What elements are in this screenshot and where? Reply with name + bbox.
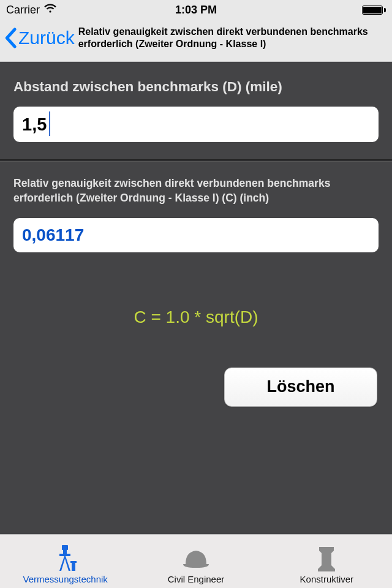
- status-time: 1:03 PM: [175, 4, 217, 17]
- battery-icon: [362, 6, 386, 15]
- svg-rect-3: [72, 562, 75, 571]
- input-wrap: [13, 107, 379, 142]
- text-caret: [49, 111, 50, 136]
- tab-bar: Vermessungstechnik Civil Engineer Konstr…: [0, 534, 392, 588]
- result-value: 0,06117: [22, 225, 84, 245]
- tab-civil-label: Civil Engineer: [168, 574, 225, 584]
- status-bar: Carrier 1:03 PM: [0, 0, 392, 20]
- input-label: Abstand zwischen benchmarks (D) (mile): [13, 78, 379, 96]
- chevron-left-icon: [4, 28, 17, 48]
- formula-text: C = 1.0 * sqrt(D): [13, 307, 379, 327]
- svg-rect-0: [62, 545, 68, 550]
- back-label: Zurück: [18, 28, 75, 48]
- hardhat-icon: [181, 543, 211, 573]
- output-label: Relativ genauigkeit zwischen direkt verb…: [13, 176, 379, 205]
- nav-header: Zurück Relativ genauigkeit zwischen dire…: [0, 20, 392, 62]
- carrier-label: Carrier: [6, 4, 40, 17]
- status-left: Carrier: [6, 4, 57, 17]
- back-button[interactable]: Zurück: [4, 28, 75, 48]
- svg-rect-1: [63, 550, 67, 554]
- wifi-icon: [43, 4, 57, 17]
- svg-rect-2: [59, 554, 70, 556]
- column-icon: [312, 543, 341, 573]
- tab-construct[interactable]: Konstruktiver: [262, 535, 392, 588]
- tab-survey[interactable]: Vermessungstechnik: [0, 535, 130, 588]
- tab-construct-label: Konstruktiver: [300, 574, 354, 584]
- distance-input[interactable]: [13, 107, 379, 142]
- survey-instrument-icon: [51, 543, 80, 573]
- svg-rect-4: [70, 561, 77, 563]
- tab-survey-label: Vermessungstechnik: [23, 574, 107, 584]
- content-area: Abstand zwischen benchmarks (D) (mile) R…: [0, 62, 392, 534]
- clear-button[interactable]: Löschen: [224, 368, 377, 407]
- page-title: Relativ genauigkeit zwischen direkt verb…: [78, 26, 387, 50]
- input-section: Abstand zwischen benchmarks (D) (mile): [0, 62, 392, 159]
- tab-civil[interactable]: Civil Engineer: [130, 535, 261, 588]
- clear-row: Löschen: [13, 368, 379, 407]
- result-output: 0,06117: [13, 218, 379, 252]
- output-section: Relativ genauigkeit zwischen direkt verb…: [0, 162, 392, 534]
